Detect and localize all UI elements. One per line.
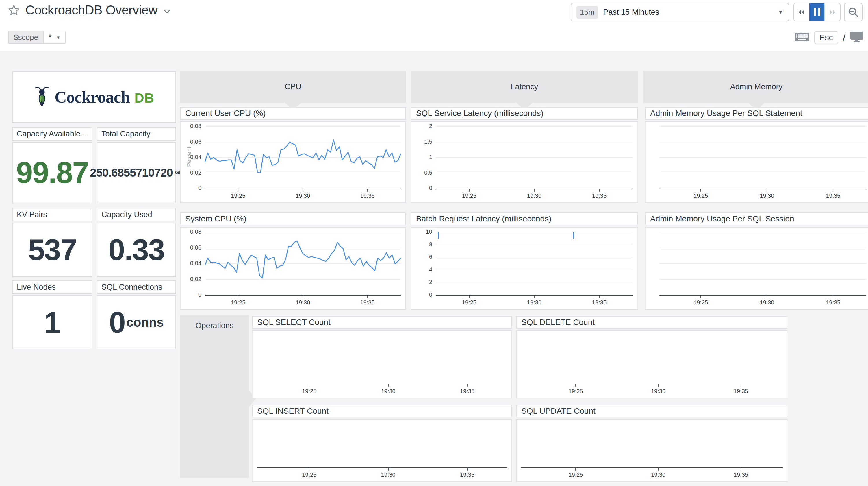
group-header-latency[interactable]: Latency — [411, 71, 638, 103]
chart-sql-service-latency[interactable]: 00.511.5219:2519:3019:35 — [411, 121, 638, 203]
favorite-star-icon[interactable] — [8, 4, 20, 16]
x-tick-mark — [599, 189, 599, 192]
x-axis-line — [521, 467, 783, 468]
y-tick-label: 0.02 — [181, 169, 202, 176]
time-backward-button[interactable] — [794, 3, 809, 21]
time-pause-button[interactable] — [809, 3, 825, 21]
chart-current-user-cpu[interactable]: 00.020.040.060.0819:2519:3019:35Percent — [180, 121, 406, 203]
gridline — [436, 245, 633, 245]
x-tick-label: 19:25 — [292, 388, 327, 395]
stat-value-kv-pairs: 537 — [12, 223, 92, 277]
group-label: Latency — [511, 82, 538, 91]
keyboard-icon[interactable] — [795, 32, 810, 44]
chart-batch-request-latency[interactable]: 024681019:2519:3019:35 — [411, 227, 638, 310]
chart-title-sql-update-count: SQL UPDATE Count — [516, 405, 787, 418]
cockroach-logo-icon — [34, 86, 50, 109]
chart-sql-update-count[interactable]: 19:2519:3019:35 — [516, 419, 787, 482]
stat-value-sql-connections: 0conns — [97, 295, 176, 349]
chart-admin-memory-statement[interactable]: 19:2519:3019:35 — [645, 121, 868, 203]
x-tick-label: 19:30 — [641, 471, 676, 478]
chart-system-cpu[interactable]: 00.020.040.060.0819:2519:3019:35 — [180, 227, 406, 310]
tv-mode-icon[interactable] — [850, 31, 863, 44]
x-tick-label: 19:30 — [285, 193, 320, 199]
chart-sql-delete-count[interactable]: 19:2519:3019:35 — [516, 331, 787, 398]
gridline — [659, 232, 866, 232]
scope-template-variable[interactable]: $scope * ▼ — [8, 31, 66, 44]
x-tick-label: 19:30 — [749, 299, 784, 306]
y-axis-label: Percent — [186, 144, 192, 170]
group-header-cpu[interactable]: CPU — [180, 71, 406, 103]
stat-title-kv-pairs: KV Pairs — [12, 208, 92, 221]
x-tick-mark — [833, 296, 833, 298]
x-tick-mark — [575, 384, 576, 387]
x-tick-mark — [309, 468, 309, 471]
chart-admin-memory-session[interactable]: 19:2519:3019:35 — [645, 227, 868, 310]
page-title[interactable]: CockroachDB Overview — [25, 3, 157, 17]
time-range-label: Past 15 Minutes — [603, 8, 773, 17]
x-tick-label: 19:25 — [558, 471, 593, 478]
time-range-caret-icon: ▼ — [778, 9, 783, 15]
chart-sql-select-count[interactable]: 19:2519:3019:35 — [252, 331, 512, 398]
x-tick-label: 19:25 — [221, 193, 255, 199]
stat-value-capacity-used: 0.33 — [97, 223, 176, 277]
group-label: Admin Memory — [730, 82, 783, 91]
group-label: CPU — [285, 82, 301, 91]
time-forward-button[interactable] — [825, 3, 840, 21]
x-tick-label: 19:35 — [723, 471, 758, 478]
spike-mark — [573, 232, 574, 238]
x-tick-mark — [767, 189, 767, 192]
x-tick-mark — [367, 189, 368, 192]
chart-title-system-cpu: System CPU (%) — [180, 212, 406, 225]
stat-title-capacity-used: Capacity Used — [97, 208, 176, 221]
x-tick-label: 19:35 — [350, 299, 385, 306]
x-tick-label: 19:30 — [517, 193, 552, 199]
stat-value-capacity-available: 99.87 — [12, 142, 92, 203]
chart-title-sql-delete-count: SQL DELETE Count — [516, 316, 787, 329]
group-label: Operations — [195, 321, 234, 330]
x-tick-mark — [534, 296, 534, 298]
x-tick-mark — [658, 384, 658, 387]
dashboard-root: CockroachDB Overview 15m Past 15 Minutes… — [0, 0, 868, 486]
time-range-picker[interactable]: 15m Past 15 Minutes ▼ — [571, 3, 789, 21]
y-tick-label: 0.08 — [181, 123, 202, 130]
y-tick-label: 10 — [411, 228, 432, 235]
group-header-admin-memory[interactable]: Admin Memory — [643, 71, 868, 103]
x-tick-mark — [367, 296, 368, 298]
chevron-down-icon[interactable] — [163, 9, 171, 13]
x-tick-mark — [833, 189, 833, 192]
x-tick-label: 19:25 — [683, 299, 718, 306]
x-tick-label: 19:25 — [683, 193, 718, 199]
series-line — [205, 232, 401, 295]
y-tick-label: 0.5 — [411, 169, 432, 176]
y-tick-label: 2 — [411, 279, 432, 285]
time-range-badge: 15m — [577, 6, 598, 19]
chart-title-admin-memory-statement: Admin Memory Usage Per SQL Statement — [645, 107, 868, 120]
x-tick-mark — [309, 384, 309, 387]
x-axis-line — [659, 189, 866, 189]
magnifier-minus-icon — [847, 6, 859, 18]
chart-sql-insert-count[interactable]: 19:2519:3019:35 — [252, 419, 512, 482]
x-tick-mark — [534, 189, 534, 192]
x-tick-mark — [741, 384, 741, 387]
zoom-out-button[interactable] — [844, 3, 863, 21]
y-tick-label: 6 — [411, 254, 432, 260]
stat-title-live-nodes: Live Nodes — [12, 281, 92, 294]
x-tick-label: 19:30 — [749, 193, 784, 199]
y-tick-label: 0.04 — [181, 260, 202, 266]
x-tick-label: 19:35 — [816, 193, 850, 199]
y-tick-label: 0 — [181, 291, 202, 298]
x-tick-label: 19:35 — [450, 471, 485, 478]
series-line — [205, 126, 401, 189]
gridline — [436, 282, 633, 283]
y-tick-label: 0 — [411, 185, 432, 191]
group-header-operations[interactable]: Operations — [180, 315, 249, 478]
scope-caret-icon: ▼ — [56, 35, 60, 40]
x-tick-label: 19:35 — [723, 388, 758, 395]
y-tick-label: 0.02 — [181, 276, 202, 283]
y-tick-label: 0.08 — [181, 228, 202, 235]
gridline — [659, 142, 866, 142]
x-tick-mark — [658, 468, 658, 471]
x-tick-label: 19:30 — [517, 299, 552, 306]
x-tick-label: 19:35 — [582, 193, 617, 199]
dashboard-header: CockroachDB Overview — [8, 3, 171, 17]
